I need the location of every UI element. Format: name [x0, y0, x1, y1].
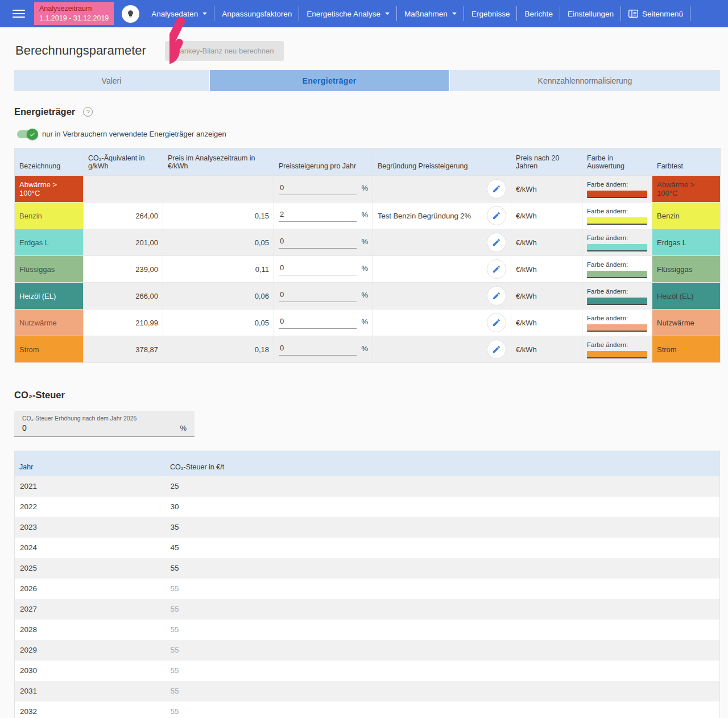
analysis-period-value: 1.1.2019 - 31.12.2019 [39, 14, 109, 23]
nav-item-label: Ergebnisse [471, 10, 510, 18]
co2-steuer-increase-input[interactable]: CO₂-Steuer Erhöhung nach dem Jahr 2025 0… [14, 411, 195, 437]
nav-item-analysedaten[interactable]: Analysedaten [144, 0, 214, 27]
edit-reason-button[interactable] [487, 313, 506, 332]
carrier-name-cell: Erdgas L [15, 229, 84, 256]
price-increase-input[interactable]: 0 [279, 183, 357, 195]
co2-steuer-row: 202230 [15, 497, 720, 517]
carrier-color-cell: Farbe ändern: [582, 310, 652, 336]
nav-item-energetische-analyse[interactable]: Energetische Analyse [299, 0, 397, 27]
color-change-label: Farbe ändern: [587, 181, 647, 188]
pencil-icon [492, 211, 501, 220]
year-cell: 2027 [15, 599, 166, 620]
section-heading-co2-steuer: CO₂-Steuer [14, 390, 728, 401]
carrier-reason-cell [373, 336, 511, 363]
carrier-reason-cell: Test Benzin Begründung 2% [373, 203, 511, 229]
carrier-increase-cell: 0% [274, 336, 373, 363]
price-increase-input[interactable]: 0 [279, 263, 357, 275]
edit-reason-button[interactable] [487, 340, 506, 359]
tab-energietr-ger[interactable]: Energieträger [210, 70, 449, 91]
carrier-price20-unit: €/kWh [511, 336, 582, 363]
tab-valeri[interactable]: Valeri [14, 70, 209, 91]
nav-item-einstellungen[interactable]: Einstellungen [560, 0, 621, 27]
energy-carrier-row: Heizöl (EL)266,000,060%€/kWhFarbe ändern… [15, 283, 721, 310]
carrier-color-cell: Farbe ändern: [582, 176, 652, 203]
color-swatch-input[interactable] [587, 324, 647, 332]
carrier-price-value: 0,06 [163, 283, 274, 310]
carrier-filter-toggle[interactable] [17, 130, 36, 138]
color-swatch-input[interactable] [587, 217, 647, 225]
co2-steuer-row: 202755 [15, 599, 720, 620]
price-increase-input[interactable]: 2 [279, 210, 357, 222]
chevron-down-icon [385, 13, 390, 15]
color-swatch-input[interactable] [587, 298, 647, 305]
nav-item-label: Maßnahmen [404, 10, 448, 18]
carrier-price-value: 0,05 [163, 229, 274, 256]
page-title: Berechnungsparameter [15, 43, 146, 58]
carrier-name-cell: Abwärme > 100°C [15, 176, 84, 203]
help-icon[interactable]: ? [83, 107, 93, 117]
col-farbtest: Farbtest [652, 148, 721, 176]
nav-item-berichte[interactable]: Berichte [517, 0, 560, 27]
carrier-increase-cell: 0% [274, 176, 373, 203]
carrier-co2-value: 201,00 [84, 229, 163, 256]
reason-text: Test Benzin Begründung 2% [378, 212, 487, 220]
edit-reason-button[interactable] [487, 286, 506, 306]
energy-carrier-row: Nutzwärme210,990,050%€/kWhFarbe ändern:N… [15, 310, 721, 336]
co2-steuer-table: Jahr CO₂-Steuer in €/t 20212520223020233… [14, 451, 720, 718]
carrier-color-cell: Farbe ändern: [582, 336, 652, 363]
carrier-co2-value: 378,87 [84, 336, 163, 363]
col-co2-steuer: CO₂-Steuer in €/t [166, 451, 720, 476]
nav-item-ma-nahmen[interactable]: Maßnahmen [397, 0, 464, 27]
percent-sign: % [361, 264, 368, 275]
pencil-icon [492, 345, 501, 354]
color-swatch-input[interactable] [587, 271, 647, 278]
pencil-icon [492, 291, 501, 300]
energy-carrier-table: Bezeichnung CO₂-Äquivalent in g/kWh Prei… [14, 148, 721, 363]
carrier-price20-unit: €/kWh [511, 283, 582, 310]
price-increase-input[interactable]: 0 [279, 290, 357, 302]
carrier-color-cell: Farbe ändern: [582, 203, 652, 229]
nav-item-label: Energetische Analyse [307, 10, 380, 18]
edit-reason-button[interactable] [487, 206, 506, 225]
co2-steuer-value-cell: 55 [166, 702, 720, 718]
nav-item-seitenmen[interactable]: Seitenmenü [621, 0, 690, 27]
energy-carrier-row: Erdgas L201,000,050%€/kWhFarbe ändern:Er… [15, 229, 721, 256]
price-increase-input[interactable]: 0 [279, 237, 357, 249]
nav-item-ergebnisse[interactable]: Ergebnisse [464, 0, 518, 27]
co2-steuer-row: 203055 [15, 661, 720, 681]
tab-kennzahlennormalisierung[interactable]: Kennzahlennormalisierung [450, 70, 720, 91]
co2-steuer-row: 202445 [15, 538, 720, 558]
price-increase-input[interactable]: 0 [279, 344, 357, 356]
co2-steuer-value-cell: 55 [166, 579, 720, 599]
carrier-filter-toggle-label: nur in Verbrauchern verwendete Energietr… [42, 130, 226, 138]
edit-reason-button[interactable] [487, 259, 506, 279]
percent-sign: % [361, 211, 368, 222]
year-cell: 2022 [15, 497, 166, 517]
edit-reason-button[interactable] [487, 233, 506, 252]
carrier-co2-value: 266,00 [84, 283, 163, 310]
carrier-price-value: 0,18 [163, 336, 274, 363]
nav-item-anpassungsfaktoren[interactable]: Anpassungsfaktoren [214, 0, 299, 27]
edit-reason-button[interactable] [487, 179, 506, 199]
color-test-cell: Benzin [652, 203, 721, 229]
col-co2: CO₂-Äquivalent in g/kWh [84, 148, 163, 176]
carrier-name-cell: Strom [15, 336, 84, 363]
menu-icon[interactable] [6, 3, 32, 24]
nav-item-label: Analysedaten [151, 10, 198, 18]
percent-sign: % [361, 344, 368, 356]
co2-steuer-value-cell: 25 [166, 476, 720, 497]
recalculate-balance-button[interactable]: Sankey-Bilanz neu berechnen [165, 41, 284, 61]
hint-lightbulb-icon[interactable] [122, 5, 139, 23]
color-swatch-input[interactable] [587, 351, 647, 358]
color-change-label: Farbe ändern: [587, 234, 647, 241]
carrier-price-value: 0,15 [163, 203, 274, 229]
price-increase-input[interactable]: 0 [279, 317, 357, 329]
main-nav: AnalysedatenAnpassungsfaktorenEnergetisc… [144, 0, 690, 27]
section-heading-energietraeger: Energieträger [14, 106, 75, 117]
carrier-price20-unit: €/kWh [511, 310, 582, 336]
co2-steuer-value-cell: 55 [166, 599, 720, 620]
color-swatch-input[interactable] [587, 244, 647, 251]
analysis-period[interactable]: Analysezeitraum 1.1.2019 - 31.12.2019 [34, 2, 114, 25]
energy-carrier-row: Abwärme > 100°C0%€/kWhFarbe ändern:Abwär… [15, 176, 721, 203]
color-swatch-input[interactable] [587, 191, 647, 198]
